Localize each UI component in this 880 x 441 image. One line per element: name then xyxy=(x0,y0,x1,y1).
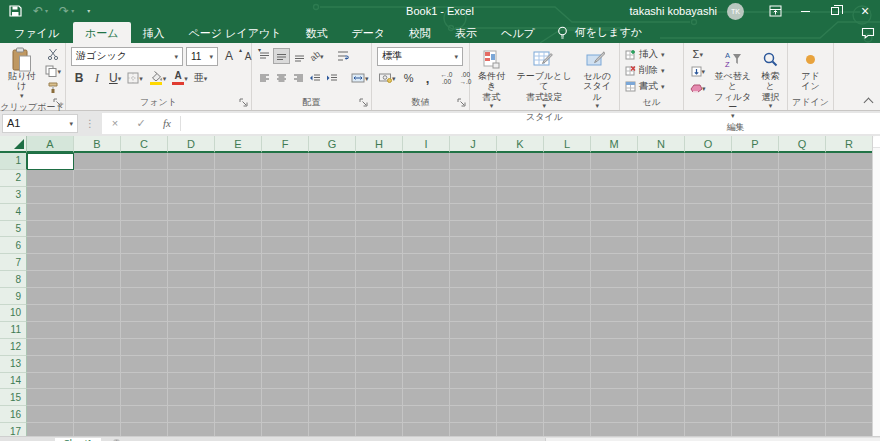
grid-cell[interactable] xyxy=(826,389,873,406)
grid-cell[interactable] xyxy=(779,373,826,390)
grid-cell[interactable] xyxy=(732,187,779,204)
grid-cell[interactable] xyxy=(121,339,168,356)
grid-cell[interactable] xyxy=(544,237,591,254)
insert-function-icon[interactable]: fx xyxy=(154,117,180,129)
undo-icon[interactable]: ↶▾ xyxy=(33,5,48,17)
grid-cell[interactable] xyxy=(779,170,826,187)
column-header-E[interactable]: E xyxy=(215,136,262,153)
grid-cell[interactable] xyxy=(638,254,685,271)
grid-cell[interactable] xyxy=(168,187,215,204)
grid-cell[interactable] xyxy=(732,305,779,322)
increase-indent-button[interactable] xyxy=(324,70,340,86)
grid-cell[interactable] xyxy=(685,271,732,288)
grid-cell[interactable] xyxy=(121,305,168,322)
grid-cell[interactable] xyxy=(591,153,638,170)
grid-cell[interactable] xyxy=(74,170,121,187)
number-format-combo[interactable]: 標準▾ xyxy=(377,47,463,66)
grid-cell[interactable] xyxy=(685,237,732,254)
grid-cell[interactable] xyxy=(591,237,638,254)
grid-cell[interactable] xyxy=(27,187,74,204)
grid-cell[interactable] xyxy=(497,204,544,221)
grid-cell[interactable] xyxy=(732,288,779,305)
grid-cell[interactable] xyxy=(826,153,873,170)
wrap-text-button[interactable] xyxy=(335,48,351,64)
grid-cell[interactable] xyxy=(497,406,544,423)
grid-cell[interactable] xyxy=(497,322,544,339)
grid-cell[interactable] xyxy=(544,221,591,238)
grid-cell[interactable] xyxy=(262,305,309,322)
grid-cell[interactable] xyxy=(27,237,74,254)
grid-cell[interactable] xyxy=(121,322,168,339)
grid-cell[interactable] xyxy=(732,406,779,423)
grid-cell[interactable] xyxy=(826,305,873,322)
align-right-button[interactable] xyxy=(290,70,306,86)
grid-cell[interactable] xyxy=(74,237,121,254)
grid-cell[interactable] xyxy=(27,373,74,390)
grid-cell[interactable] xyxy=(309,356,356,373)
minimize-button[interactable] xyxy=(790,0,820,22)
grid-cell[interactable] xyxy=(262,221,309,238)
grid-cell[interactable] xyxy=(262,322,309,339)
grid-cell[interactable] xyxy=(356,356,403,373)
grid-cell[interactable] xyxy=(27,322,74,339)
grid-cell[interactable] xyxy=(27,339,74,356)
grid-cell[interactable] xyxy=(74,288,121,305)
grid-cell[interactable] xyxy=(168,288,215,305)
grid-cell[interactable] xyxy=(215,305,262,322)
grid-cell[interactable] xyxy=(168,322,215,339)
grid-cell[interactable] xyxy=(215,221,262,238)
grid-cell[interactable] xyxy=(27,254,74,271)
grid-cell[interactable] xyxy=(591,406,638,423)
row-header-4[interactable]: 4 xyxy=(0,204,27,221)
grid-cell[interactable] xyxy=(309,237,356,254)
grid-cell[interactable] xyxy=(356,221,403,238)
grid-cell[interactable] xyxy=(779,389,826,406)
grid-cell[interactable] xyxy=(779,221,826,238)
grid-cell[interactable] xyxy=(591,271,638,288)
row-header-10[interactable]: 10 xyxy=(0,305,27,322)
merge-center-button[interactable]: ▾ xyxy=(349,70,371,86)
grid-cell[interactable] xyxy=(356,204,403,221)
grid-cell[interactable] xyxy=(826,322,873,339)
grid-cell[interactable] xyxy=(403,305,450,322)
grid-cell[interactable] xyxy=(450,339,497,356)
grid-cell[interactable] xyxy=(168,153,215,170)
grid-cell[interactable] xyxy=(450,322,497,339)
vertical-scrollbar[interactable] xyxy=(872,136,880,437)
row-header-9[interactable]: 9 xyxy=(0,288,27,305)
insert-cells-button[interactable]: 挿入▾ xyxy=(622,47,668,62)
grid-cell[interactable] xyxy=(262,373,309,390)
grid-cell[interactable] xyxy=(732,389,779,406)
grid-cell[interactable] xyxy=(168,373,215,390)
grid-cell[interactable] xyxy=(74,373,121,390)
grid-cell[interactable] xyxy=(309,305,356,322)
grid-cell[interactable] xyxy=(309,204,356,221)
column-header-R[interactable]: R xyxy=(826,136,873,153)
customize-qat-icon[interactable]: ▾ xyxy=(85,8,90,14)
grid-cell[interactable] xyxy=(356,389,403,406)
grid-cell[interactable] xyxy=(638,406,685,423)
grid-cell[interactable] xyxy=(450,153,497,170)
row-header-11[interactable]: 11 xyxy=(0,322,27,339)
grid-cell[interactable] xyxy=(732,271,779,288)
align-top-button[interactable] xyxy=(256,48,272,64)
grid-cell[interactable] xyxy=(685,288,732,305)
grid-cell[interactable] xyxy=(685,356,732,373)
grid-cell[interactable] xyxy=(450,271,497,288)
row-header-6[interactable]: 6 xyxy=(0,237,27,254)
grid-cell[interactable] xyxy=(638,204,685,221)
grid-cell[interactable] xyxy=(450,305,497,322)
grid-cell[interactable] xyxy=(121,254,168,271)
borders-button[interactable]: ▾ xyxy=(125,70,145,86)
row-header-15[interactable]: 15 xyxy=(0,389,27,406)
grid-cell[interactable] xyxy=(497,153,544,170)
grid-cell[interactable] xyxy=(215,373,262,390)
grid-cell[interactable] xyxy=(685,389,732,406)
grid-cell[interactable] xyxy=(779,322,826,339)
grid-cell[interactable] xyxy=(309,389,356,406)
phonetic-guide-button[interactable]: 亜▾ xyxy=(192,70,210,86)
grid-cell[interactable] xyxy=(591,204,638,221)
grid-cell[interactable] xyxy=(779,271,826,288)
grid-cell[interactable] xyxy=(309,254,356,271)
grid-cell[interactable] xyxy=(168,271,215,288)
